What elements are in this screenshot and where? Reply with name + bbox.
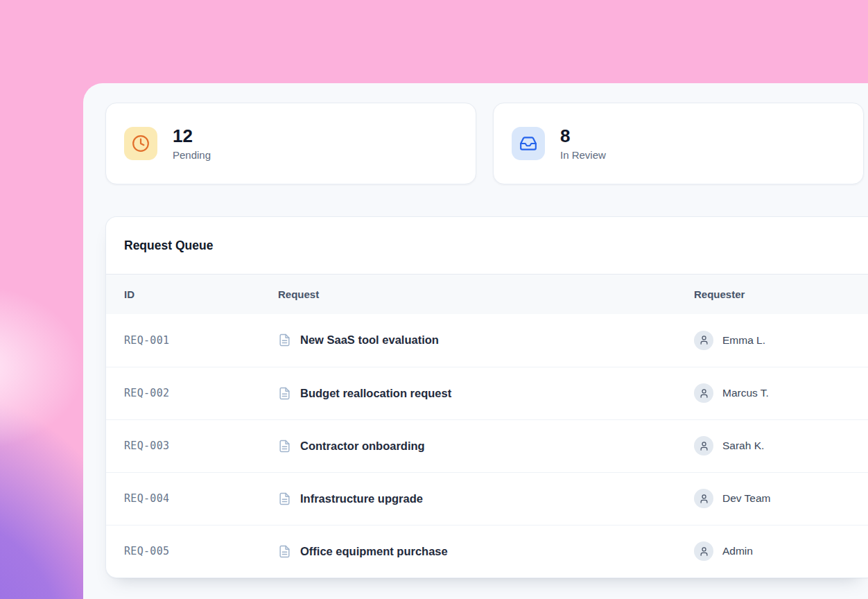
file-text-icon bbox=[278, 440, 291, 453]
file-text-icon bbox=[278, 333, 291, 347]
table-header-row: ID Request Requester bbox=[106, 275, 868, 314]
request-id: REQ-004 bbox=[106, 472, 278, 525]
requester-name: Emma L. bbox=[722, 334, 765, 347]
column-header-request: Request bbox=[278, 275, 694, 314]
request-title: Contractor onboarding bbox=[300, 440, 425, 453]
stats-row: 12 Pending 8 In Review bbox=[105, 103, 864, 184]
table-row[interactable]: REQ-004 Infrastructur bbox=[106, 472, 868, 525]
stat-card-pending: 12 Pending bbox=[105, 103, 476, 184]
request-title: Infrastructure upgrade bbox=[300, 492, 423, 505]
table-row[interactable]: REQ-003 Contractor on bbox=[106, 419, 868, 472]
request-id: REQ-002 bbox=[106, 367, 278, 419]
stat-text: 8 In Review bbox=[560, 126, 606, 161]
stat-value-pending: 12 bbox=[173, 126, 211, 146]
requester-name: Sarah K. bbox=[722, 440, 764, 452]
requester-name: Dev Team bbox=[722, 492, 771, 505]
request-id: REQ-003 bbox=[106, 419, 278, 472]
page-title: Request Queue bbox=[124, 238, 850, 252]
request-id: REQ-001 bbox=[106, 314, 278, 367]
column-header-requester: Requester bbox=[694, 275, 868, 314]
request-table: ID Request Requester REQ-001 bbox=[106, 275, 868, 578]
table-row[interactable]: REQ-001 New SaaS tool bbox=[106, 314, 868, 367]
file-text-icon bbox=[278, 545, 291, 558]
stat-value-in-review: 8 bbox=[560, 126, 606, 146]
stat-text: 12 Pending bbox=[173, 126, 211, 161]
stat-label-in-review: In Review bbox=[560, 149, 606, 161]
request-queue-card: Request Queue ID Request Requester REQ-0… bbox=[105, 216, 868, 578]
main-panel: 12 Pending 8 In Review Request Queue bbox=[83, 83, 868, 599]
avatar bbox=[694, 436, 713, 455]
requester-name: Admin bbox=[722, 545, 753, 557]
stat-card-in-review: 8 In Review bbox=[493, 103, 864, 184]
table-row[interactable]: REQ-005 Office equipm bbox=[106, 525, 868, 578]
stat-label-pending: Pending bbox=[173, 149, 211, 161]
request-title: Office equipment purchase bbox=[300, 545, 448, 558]
column-header-id: ID bbox=[106, 275, 278, 314]
clock-icon bbox=[124, 127, 157, 160]
inbox-icon bbox=[512, 127, 545, 160]
file-text-icon bbox=[278, 492, 291, 505]
avatar bbox=[694, 541, 713, 561]
avatar bbox=[694, 383, 713, 403]
request-title: Budget reallocation request bbox=[300, 387, 451, 400]
table-row[interactable]: REQ-002 Budget reallo bbox=[106, 367, 868, 419]
request-title: New SaaS tool evaluation bbox=[300, 333, 439, 347]
avatar bbox=[694, 331, 713, 350]
card-header: Request Queue bbox=[106, 217, 868, 275]
requester-name: Marcus T. bbox=[722, 387, 769, 399]
avatar bbox=[694, 489, 713, 508]
file-text-icon bbox=[278, 387, 291, 400]
request-id: REQ-005 bbox=[106, 525, 278, 578]
